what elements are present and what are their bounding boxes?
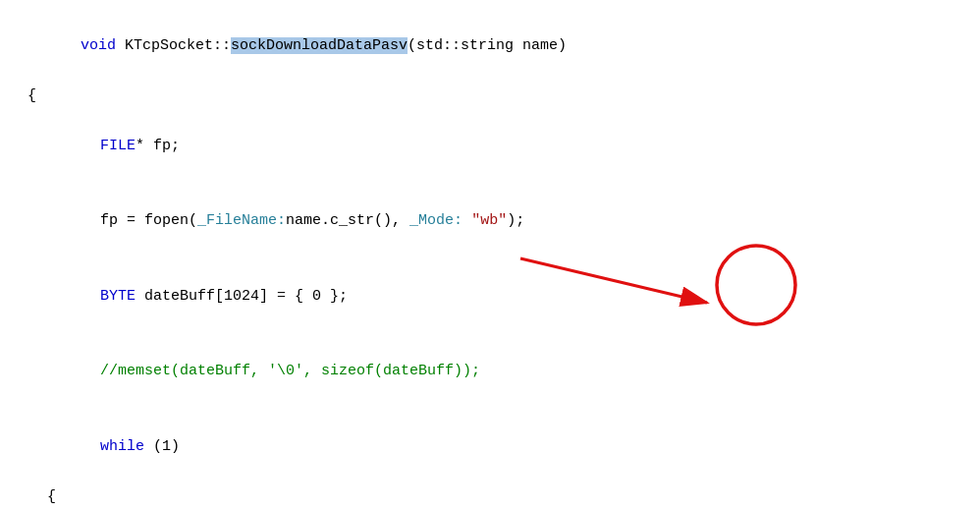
code-text: fp = fopen( bbox=[100, 212, 197, 229]
line-content-2: { bbox=[18, 84, 980, 109]
comment-memset: //memset(dateBuff, '\0', sizeof(dateBuff… bbox=[100, 363, 480, 379]
code-line-7: while (1) bbox=[0, 409, 980, 484]
line-content-6: //memset(dateBuff, '\0', sizeof(dateBuff… bbox=[18, 334, 980, 410]
line-content-3: FILE* fp; bbox=[18, 108, 980, 184]
code-line-1: void KTcpSocket::sockDownloadDataPasv(st… bbox=[0, 8, 980, 84]
code-text bbox=[463, 212, 471, 229]
line-content-1: void KTcpSocket::sockDownloadDataPasv(st… bbox=[18, 8, 980, 84]
keyword-while: while bbox=[100, 438, 144, 455]
code-line-4: fp = fopen(_FileName:name.c_str(), _Mode… bbox=[0, 184, 980, 259]
params: (std::string name) bbox=[408, 37, 567, 54]
code-text: * fp; bbox=[136, 138, 180, 154]
code-line-2: { bbox=[0, 84, 980, 109]
code-text: (1) bbox=[144, 438, 180, 455]
code-text: ); bbox=[507, 212, 524, 229]
line-content-7: while (1) bbox=[18, 409, 980, 484]
keyword-void: void bbox=[81, 37, 125, 54]
code-text: name.c_str(), bbox=[286, 212, 409, 229]
code-line-5: BYTE dateBuff[1024] = { 0 }; bbox=[0, 258, 980, 334]
string-wb: "wb" bbox=[471, 212, 507, 229]
code-container: void KTcpSocket::sockDownloadDataPasv(st… bbox=[0, 0, 980, 511]
line-content-5: BYTE dateBuff[1024] = { 0 }; bbox=[18, 258, 980, 334]
type-FILE: FILE bbox=[100, 138, 136, 154]
line-content-4: fp = fopen(_FileName:name.c_str(), _Mode… bbox=[18, 184, 980, 259]
line-content-8: { bbox=[18, 484, 980, 510]
code-line-3: FILE* fp; bbox=[0, 108, 980, 184]
code-line-8: { bbox=[0, 484, 980, 510]
code-line-6: //memset(dateBuff, '\0', sizeof(dateBuff… bbox=[0, 334, 980, 410]
param-FileName: _FileName: bbox=[197, 212, 286, 229]
class-name: KTcpSocket:: bbox=[125, 37, 231, 54]
param-Mode: _Mode: bbox=[409, 212, 463, 229]
type-BYTE: BYTE bbox=[100, 288, 136, 305]
code-text: dateBuff[1024] = { 0 }; bbox=[136, 288, 348, 305]
function-name: sockDownloadDataPasv bbox=[231, 37, 408, 54]
